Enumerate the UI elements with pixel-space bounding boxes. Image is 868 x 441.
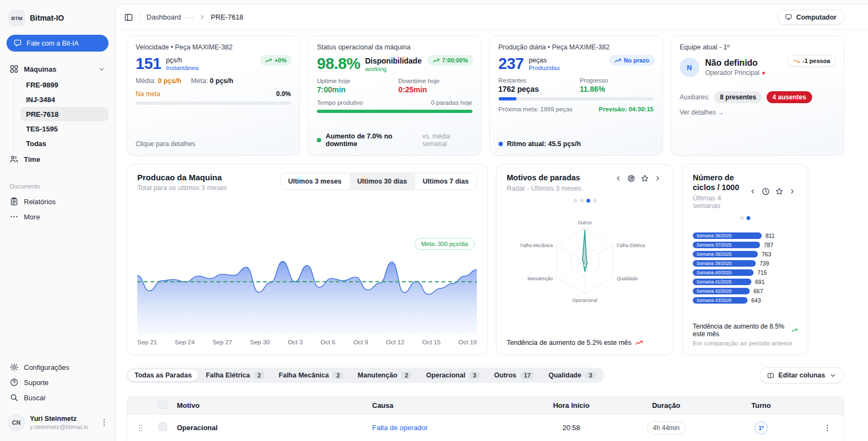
cell-hora-inicio: 20:58 [525, 424, 617, 432]
editar-colunas-button[interactable]: Editar colunas [760, 367, 844, 383]
period-tab-ultimos-30-dias[interactable]: Ultimos 30 dias [349, 173, 415, 190]
ciclos-bar: Semana 43/2025 [693, 297, 748, 304]
ciclos-bar-row: Semana 36/2025811 [693, 232, 797, 240]
sidebar-item-relatorios[interactable]: Relatórios [7, 194, 108, 209]
user-name: Yuri Steinmetz [30, 415, 88, 424]
filter-tab-todas-as-paradas[interactable]: Todas as Paradas [128, 369, 198, 381]
user-menu[interactable]: CN Yuri Steinmetz y.steinmetz@bitmat.io [7, 412, 108, 433]
velocidade-status-row: Na meta 0.0% [136, 90, 291, 98]
filter-tab-qualidade[interactable]: Qualidade3 [542, 369, 603, 381]
row-checkbox[interactable] [158, 423, 167, 431]
user-kebab-icon[interactable] [101, 417, 107, 429]
filter-tab-label: Operacional [426, 371, 465, 379]
producao-card[interactable]: Produção diária • Peça MAXIME-382 No pra… [489, 35, 663, 156]
carousel-dot[interactable] [573, 199, 577, 203]
filter-tab-count: 2 [333, 371, 343, 379]
sidebar-item-time[interactable]: Time [7, 152, 108, 167]
carousel-dot[interactable] [746, 216, 750, 220]
header-causa[interactable]: Causa [368, 401, 525, 410]
sidebar-item-maquinas[interactable]: Máquinas [7, 61, 108, 77]
select-all-checkbox[interactable] [158, 400, 167, 409]
filter-tab-label: Todas as Paradas [135, 371, 192, 379]
velocidade-card[interactable]: Velocidade • Peça MAXIME-382 +0% 151 pçs… [126, 35, 300, 156]
equipe-card[interactable]: Equipe atual - 1º -1 pessoa N Não defini… [671, 35, 844, 156]
topbar-divider [139, 13, 140, 22]
x-axis-labels: Sep 21Sep 24Sep 27Sep 30Oct 3Oct 6Oct 9O… [137, 339, 477, 346]
causa-link[interactable]: Falta de operador [372, 424, 428, 432]
filter-tab-label: Manutenção [358, 371, 397, 379]
x-tick-label: Oct 3 [288, 339, 302, 345]
chevron-left-icon[interactable] [613, 173, 623, 184]
filter-tab-count: 17 [520, 371, 534, 379]
chevron-right-icon[interactable] [787, 186, 797, 197]
ciclos-toolbar [748, 186, 797, 197]
filter-tab-outros[interactable]: Outros17 [488, 369, 541, 381]
velocidade-sublabel: Instantânea [166, 65, 199, 71]
star-icon[interactable] [639, 173, 650, 184]
chevron-left-icon[interactable] [748, 186, 758, 197]
equipe-badge: -1 pessoa [787, 55, 836, 67]
breadcrumb-ellipsis[interactable]: ··· [186, 13, 194, 21]
carousel-dot[interactable] [593, 199, 597, 203]
ciclos-title: Número de ciclos / 1000 [693, 173, 748, 192]
chevron-right-icon[interactable] [653, 173, 663, 184]
breadcrumb-current: PRE-7618 [211, 13, 244, 21]
header-hora-inicio[interactable]: Hora Início [525, 401, 617, 410]
filter-tab-operacional[interactable]: Operacional3 [419, 369, 486, 381]
bit-ia-button[interactable]: Fale com a Bit-IA [7, 35, 108, 52]
sidebar-item-more[interactable]: More [7, 209, 108, 224]
sidebar-item-configuracoes[interactable]: Configurações [7, 360, 108, 375]
filter-tab-falha-el-trica[interactable]: Falha Elétrica2 [199, 369, 271, 381]
carousel-dot[interactable] [580, 199, 584, 203]
filter-tab-manuten-o[interactable]: Manutenção2 [351, 369, 418, 381]
sidebar-item-pre-7618[interactable]: PRE-7618 [21, 107, 108, 121]
period-tab-ultimos-7-dias[interactable]: Ultimos 7 dias [414, 173, 476, 190]
proxima-meta-row: Próxima meta: 1999 peças Previsão: 04:30… [499, 106, 654, 112]
sidebar-item-suporte[interactable]: Suporte [7, 375, 108, 390]
trend-down-icon [793, 59, 800, 64]
drag-handle[interactable] [127, 424, 154, 432]
header-motivo[interactable]: Motivo [173, 401, 368, 410]
disponibilidade-label: Disponibilidade [365, 56, 422, 65]
star-icon[interactable] [774, 186, 785, 197]
app-logo: BTM Bitmat-IO [7, 7, 108, 35]
filter-tab-count: 3 [585, 371, 596, 379]
charts-row: Producao da Maquina Total para os ultimo… [126, 164, 844, 355]
chevron-down-icon [98, 66, 105, 73]
header-turno[interactable]: Turno [715, 401, 807, 410]
producao-title: Produção diária • Peça MAXIME-382 [499, 43, 654, 51]
row-kebab-icon[interactable] [807, 424, 844, 432]
sidebar-item-fre-9899[interactable]: FRE-9899 [21, 78, 108, 92]
breadcrumb-dashboard[interactable]: Dashboard [146, 13, 181, 21]
period-tab-ultimos-3-meses[interactable]: Ultimos 3 meses [280, 173, 349, 190]
cell-duracao: 4h 44min [617, 421, 715, 434]
status-dot [762, 72, 765, 74]
documents-section-label: Documents [10, 183, 105, 190]
more-label: More [24, 213, 40, 221]
filter-tab-falha-mec-nica[interactable]: Falha Mecânica2 [272, 369, 350, 381]
carousel-dot[interactable] [586, 199, 590, 203]
velocidade-badge: +0% [260, 55, 292, 66]
header-duracao[interactable]: Duração [617, 401, 715, 410]
carousel-dot[interactable] [740, 216, 744, 220]
velocidade-kv: Média: 0 pçs/h Meta: 0 pçs/h [136, 77, 291, 85]
table-row[interactable]: OperacionalFalta de operador20:584h 44mi… [127, 414, 844, 440]
content: Velocidade • Peça MAXIME-382 +0% 151 pçs… [116, 30, 868, 441]
sidebar-item-buscar[interactable]: Buscar [7, 390, 108, 405]
sidebar-toggle-icon[interactable] [124, 13, 133, 22]
status-card[interactable]: Status operacional da máquina 7:00:00% 9… [308, 35, 481, 156]
ver-detalhes-link[interactable]: Ver detalhes → [680, 109, 835, 116]
disponibilidade-value: 98.8% [317, 56, 360, 72]
sidebar-item-todas[interactable]: Todas [21, 136, 108, 150]
cell-motivo: Operacional [173, 424, 368, 432]
clock-icon[interactable] [760, 186, 771, 197]
user-info: Yuri Steinmetz y.steinmetz@bitmat.io [30, 415, 88, 430]
filter-tab-count: 2 [254, 371, 265, 379]
ciclos-bar-row: Semana 43/2025643 [693, 297, 797, 304]
configuracoes-label: Configurações [24, 363, 69, 371]
sidebar-item-inj-3484[interactable]: INJ-3484 [21, 92, 108, 106]
computador-button[interactable]: Computador [777, 10, 844, 25]
radar-chart-icon[interactable] [626, 173, 637, 184]
bit-ia-label: Fale com a Bit-IA [27, 40, 79, 47]
sidebar-item-tes-1595[interactable]: TES-1595 [21, 122, 108, 136]
